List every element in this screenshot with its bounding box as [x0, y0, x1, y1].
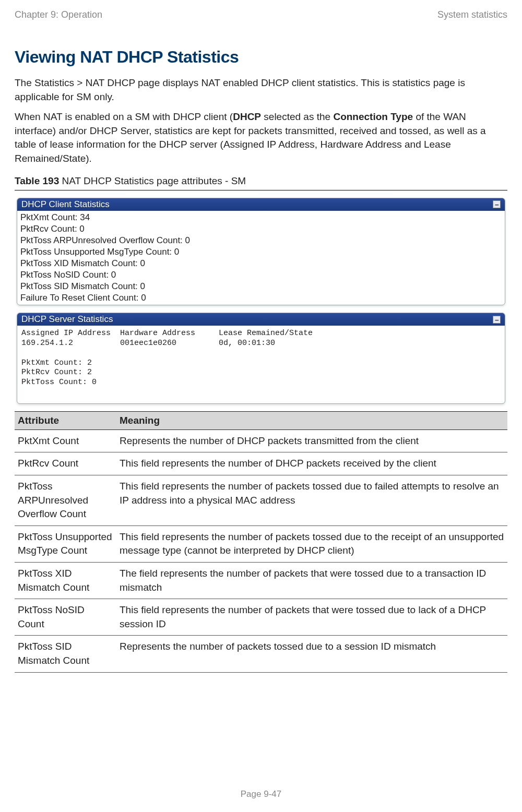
text: selected as the	[261, 111, 333, 122]
stat-line: PktToss SID Mismatch Count: 0	[20, 281, 502, 292]
stat-line: PktToss ARPUnresolved Overflow Count: 0	[20, 235, 502, 246]
dhcp-client-stats-panel: DHCP Client Statistics − PktXmt Count: 3…	[17, 198, 505, 306]
panel-header[interactable]: DHCP Client Statistics −	[17, 198, 505, 211]
panel-title: DHCP Client Statistics	[21, 199, 110, 210]
chapter-label: Chapter 9: Operation	[15, 9, 102, 20]
panel-body: PktXmt Count: 34 PktRcv Count: 0 PktToss…	[17, 211, 505, 305]
table-row: PktToss NoSID Count This field represent…	[15, 599, 507, 636]
intro-paragraph-1: The Statistics > NAT DHCP page displays …	[15, 76, 507, 104]
table-number: Table 193	[15, 175, 59, 186]
panel-title: DHCP Server Statistics	[21, 314, 113, 325]
page-footer: Page 9-47	[0, 789, 522, 799]
section-label: System statistics	[437, 9, 507, 20]
table-row: PktRcv Count This field represents the n…	[15, 452, 507, 475]
bold-dhcp: DHCP	[233, 111, 261, 122]
panel-body: Assigned IP Address Hardware Address Lea…	[17, 326, 505, 403]
collapse-icon[interactable]: −	[493, 316, 501, 324]
table-row: PktXmt Count Represents the number of DH…	[15, 429, 507, 452]
stat-line: PktToss Unsupported MsgType Count: 0	[20, 246, 502, 258]
stat-line: PktToss NoSID Count: 0	[20, 269, 502, 281]
table-row: PktToss XID Mismatch Count The field rep…	[15, 562, 507, 599]
attr-name: PktToss SID Mismatch Count	[15, 636, 116, 672]
col-attribute: Attribute	[15, 411, 116, 429]
stat-line: PktRcv Count: 0	[20, 223, 502, 235]
attr-name: PktToss Unsupported MsgType Count	[15, 526, 116, 562]
attr-meaning: This field represents the number of DHCP…	[116, 452, 507, 475]
col-meaning: Meaning	[116, 411, 507, 429]
attr-meaning: This field represents the number of pack…	[116, 526, 507, 562]
page-header: Chapter 9: Operation System statistics	[15, 9, 507, 20]
table-row: PktToss Unsupported MsgType Count This f…	[15, 526, 507, 562]
dhcp-server-stats-panel: DHCP Server Statistics − Assigned IP Add…	[17, 313, 505, 404]
attr-name: PktXmt Count	[15, 429, 116, 452]
attr-meaning: This field represents the number of pack…	[116, 475, 507, 526]
page-title: Viewing NAT DHCP Statistics	[15, 47, 507, 67]
collapse-icon[interactable]: −	[493, 200, 501, 208]
attr-meaning: The field represents the number of packe…	[116, 562, 507, 599]
table-header-row: Attribute Meaning	[15, 411, 507, 429]
text: When NAT is enabled on a SM with DHCP cl…	[15, 111, 233, 122]
table-row: PktToss ARPUnresolved Overflow Count Thi…	[15, 475, 507, 526]
attr-name: PktToss XID Mismatch Count	[15, 562, 116, 599]
intro-paragraph-2: When NAT is enabled on a SM with DHCP cl…	[15, 110, 507, 165]
bold-connection-type: Connection Type	[333, 111, 413, 122]
stat-line: PktXmt Count: 34	[20, 212, 502, 223]
attr-name: PktRcv Count	[15, 452, 116, 475]
attr-name: PktToss ARPUnresolved Overflow Count	[15, 475, 116, 526]
table-row: PktToss SID Mismatch Count Represents th…	[15, 636, 507, 672]
attribute-table: Attribute Meaning PktXmt Count Represent…	[15, 411, 507, 673]
stat-line: Failure To Reset Client Count: 0	[20, 292, 502, 304]
stat-line: PktToss XID Mismatch Count: 0	[20, 258, 502, 269]
attr-meaning: Represents the number of DHCP packets tr…	[116, 429, 507, 452]
attr-meaning: Represents the number of packets tossed …	[116, 636, 507, 672]
table-caption: Table 193 NAT DHCP Statistics page attri…	[15, 175, 507, 187]
attr-meaning: This field represents the number of pack…	[116, 599, 507, 636]
table-caption-text: NAT DHCP Statistics page attributes - SM	[59, 175, 246, 186]
panel-header[interactable]: DHCP Server Statistics −	[17, 313, 505, 326]
caption-rule	[15, 190, 507, 190]
attr-name: PktToss NoSID Count	[15, 599, 116, 636]
